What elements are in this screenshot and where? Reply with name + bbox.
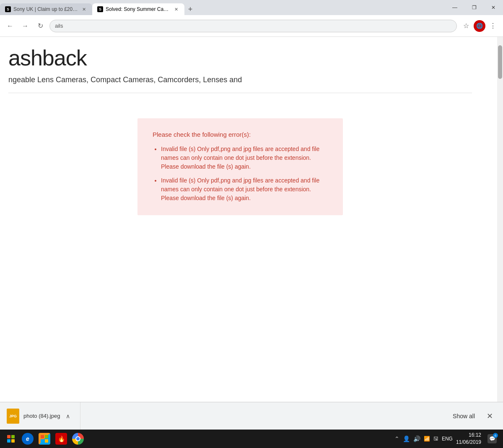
page-main: ashback ngeable Lens Cameras, Compact Ca… — [0, 37, 497, 402]
notification-button[interactable]: 💬 6 — [485, 431, 500, 446]
taskbar-flame-icon[interactable]: 🔥 — [54, 431, 69, 446]
back-button[interactable]: ← — [4, 20, 16, 32]
download-filename: photo (84).jpeg — [23, 413, 60, 419]
system-tray: ⌃ 👤 🔊 📶 🖫 ENG 16:12 11/06/2019 💬 6 — [394, 431, 500, 446]
chrome-logo — [72, 433, 84, 445]
taskbar-clock[interactable]: 16:12 11/06/2019 — [456, 432, 481, 446]
download-item: JPG photo (84).jpeg ∧ — [7, 402, 80, 430]
page-divider — [8, 93, 472, 93]
flame-logo: 🔥 — [55, 433, 67, 445]
taskbar-chrome-icon[interactable] — [70, 431, 86, 446]
tab-2-favicon: S — [97, 6, 103, 12]
notification-icon: 💬 6 — [487, 434, 497, 443]
ie-logo: e — [22, 433, 34, 445]
show-all-button[interactable]: Show all — [448, 409, 480, 423]
title-bar: S Sony UK | Claim up to £200 cashb ✕ S S… — [0, 0, 503, 15]
bookmark-icon[interactable]: ☆ — [460, 20, 472, 32]
page-content: ashback ngeable Lens Cameras, Compact Ca… — [0, 37, 503, 402]
refresh-button[interactable]: ↻ — [34, 20, 46, 32]
svg-rect-0 — [41, 435, 44, 438]
download-file-icon: JPG — [7, 409, 19, 424]
page-heading: ashback — [8, 45, 472, 70]
download-bar: JPG photo (84).jpeg ∧ Show all ✕ — [0, 402, 503, 430]
tray-network-icon[interactable]: 📶 — [424, 436, 430, 442]
minimize-button[interactable]: — — [445, 0, 464, 15]
forward-button[interactable]: → — [19, 20, 31, 32]
error-item-1: Invalid file (s) Only pdf,png and jpg fi… — [161, 145, 328, 171]
tab-1-favicon: S — [5, 6, 11, 12]
svg-rect-3 — [45, 439, 48, 443]
taskbar: e 🔥 — [0, 430, 503, 448]
notification-badge: 6 — [493, 433, 498, 438]
error-list: Invalid file (s) Only pdf,png and jpg fi… — [153, 145, 328, 203]
window-controls: — ❐ ✕ — [445, 0, 503, 15]
tab-1[interactable]: S Sony UK | Claim up to £200 cashb ✕ — [0, 3, 92, 15]
tab-2-title: Solved: Sony Summer Cashback — [106, 6, 170, 12]
tray-people-icon[interactable]: 👤 — [403, 435, 410, 442]
tab-2-close[interactable]: ✕ — [173, 6, 179, 13]
download-chevron-icon[interactable]: ∧ — [64, 411, 72, 421]
new-tab-button[interactable]: + — [184, 3, 196, 15]
svg-rect-1 — [45, 435, 48, 438]
download-bar-close[interactable]: ✕ — [483, 410, 496, 422]
tab-1-title: Sony UK | Claim up to £200 cashb — [13, 6, 78, 12]
tray-hidden-icons[interactable]: ⌃ — [394, 435, 399, 442]
error-box: Please check the following error(s): Inv… — [137, 118, 343, 215]
url-text: ails — [55, 23, 451, 29]
start-button[interactable] — [3, 431, 18, 446]
toolbar-icons: ☆ 🌐 ⋮ — [460, 20, 499, 32]
error-item-2: Invalid file (s) Only pdf,png and jpg fi… — [161, 176, 328, 203]
scrollbar[interactable] — [497, 37, 503, 402]
tray-language[interactable]: ENG — [442, 436, 453, 442]
extension-icon-red[interactable]: 🌐 — [474, 20, 485, 32]
taskbar-ie-icon[interactable]: e — [20, 431, 35, 446]
url-bar[interactable]: ails — [49, 20, 457, 32]
tray-battery-icon[interactable]: 🖫 — [433, 436, 438, 442]
store-logo — [39, 433, 50, 445]
taskbar-store-icon[interactable] — [37, 431, 52, 446]
error-title: Please check the following error(s): — [153, 131, 328, 138]
error-container: Please check the following error(s): Inv… — [8, 102, 472, 232]
browser-frame: S Sony UK | Claim up to £200 cashb ✕ S S… — [0, 0, 503, 448]
scrollbar-thumb[interactable] — [498, 45, 502, 79]
tab-2[interactable]: S Solved: Sony Summer Cashback ✕ — [92, 3, 184, 15]
address-bar: ← → ↻ ails ☆ 🌐 ⋮ — [0, 15, 503, 37]
svg-rect-2 — [41, 439, 44, 443]
clock-time: 16:12 — [456, 432, 481, 439]
menu-icon[interactable]: ⋮ — [487, 20, 499, 32]
tab-1-close[interactable]: ✕ — [80, 6, 87, 13]
page-subtext: ngeable Lens Cameras, Compact Cameras, C… — [8, 76, 472, 84]
tray-volume-icon[interactable]: 🔊 — [413, 435, 420, 442]
close-button[interactable]: ✕ — [484, 0, 503, 15]
maximize-button[interactable]: ❐ — [464, 0, 484, 15]
clock-date: 11/06/2019 — [456, 439, 481, 446]
